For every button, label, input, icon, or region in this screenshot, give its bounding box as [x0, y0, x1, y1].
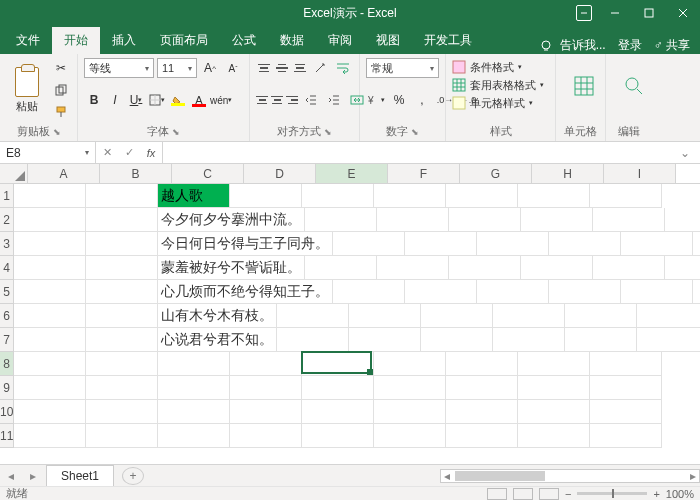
row-header[interactable]: 5 — [0, 280, 14, 304]
cell[interactable] — [665, 256, 700, 280]
cell[interactable] — [86, 304, 158, 328]
cell[interactable] — [302, 184, 374, 208]
enter-edit-button[interactable]: ✓ — [118, 146, 140, 159]
paste-button[interactable]: 粘贴 — [6, 62, 48, 118]
cell[interactable] — [302, 352, 374, 376]
close-button[interactable] — [666, 0, 700, 26]
cell[interactable] — [637, 304, 700, 328]
cell[interactable] — [590, 184, 662, 208]
prev-sheet-button[interactable]: ◂ — [0, 469, 22, 483]
cut-button[interactable]: ✂ — [51, 58, 71, 78]
cell[interactable] — [14, 376, 86, 400]
cell[interactable] — [230, 376, 302, 400]
cell[interactable] — [14, 352, 86, 376]
tab-file[interactable]: 文件 — [4, 27, 52, 54]
comma-button[interactable]: , — [412, 90, 432, 110]
cell-styles-button[interactable]: 单元格样式▾ — [452, 94, 549, 112]
cell[interactable] — [14, 184, 86, 208]
row-header[interactable]: 11 — [0, 424, 14, 448]
cell[interactable] — [449, 256, 521, 280]
cell[interactable] — [14, 232, 86, 256]
row-header[interactable]: 10 — [0, 400, 14, 424]
cell[interactable] — [374, 424, 446, 448]
cell[interactable] — [549, 232, 621, 256]
cell[interactable] — [518, 376, 590, 400]
cell[interactable] — [446, 184, 518, 208]
cell[interactable] — [230, 352, 302, 376]
column-header[interactable]: A — [28, 164, 100, 183]
font-size-select[interactable]: 11▾ — [157, 58, 197, 78]
share-button[interactable]: ♂ 共享 — [648, 37, 696, 54]
tab-view[interactable]: 视图 — [364, 27, 412, 54]
tab-insert[interactable]: 插入 — [100, 27, 148, 54]
cell[interactable]: 越人歌 — [158, 184, 230, 208]
ribbon-display-icon[interactable] — [576, 5, 592, 21]
cell[interactable] — [277, 304, 349, 328]
tab-page-layout[interactable]: 页面布局 — [148, 27, 220, 54]
phonetic-button[interactable]: wén▾ — [210, 90, 232, 110]
increase-font-button[interactable]: A^ — [200, 58, 220, 78]
cell[interactable] — [86, 424, 158, 448]
cell[interactable] — [305, 256, 377, 280]
signin-button[interactable]: 登录 — [612, 37, 648, 54]
cell[interactable] — [518, 400, 590, 424]
cell[interactable] — [333, 280, 405, 304]
tab-review[interactable]: 审阅 — [316, 27, 364, 54]
number-format-select[interactable]: 常规▾ — [366, 58, 439, 78]
cell[interactable]: 心几烦而不绝兮得知王子。 — [158, 280, 333, 304]
row-header[interactable]: 3 — [0, 232, 14, 256]
cell[interactable] — [593, 208, 665, 232]
cell[interactable] — [405, 280, 477, 304]
row-header[interactable]: 8 — [0, 352, 14, 376]
maximize-button[interactable] — [632, 0, 666, 26]
normal-view-button[interactable] — [487, 488, 507, 500]
cell[interactable] — [521, 208, 593, 232]
cells-button[interactable] — [562, 58, 606, 114]
cell[interactable] — [621, 280, 693, 304]
cell[interactable] — [518, 352, 590, 376]
cell[interactable]: 心说君兮君不知。 — [158, 328, 277, 352]
cell[interactable] — [493, 328, 565, 352]
font-name-select[interactable]: 等线▾ — [84, 58, 154, 78]
row-header[interactable]: 1 — [0, 184, 14, 208]
column-header[interactable]: G — [460, 164, 532, 183]
row-header[interactable]: 2 — [0, 208, 14, 232]
column-header[interactable]: E — [316, 164, 388, 183]
cell[interactable] — [349, 328, 421, 352]
zoom-level[interactable]: 100% — [666, 488, 694, 500]
tab-formulas[interactable]: 公式 — [220, 27, 268, 54]
cell[interactable] — [421, 304, 493, 328]
cell[interactable] — [14, 304, 86, 328]
cell[interactable] — [446, 424, 518, 448]
cell[interactable] — [477, 232, 549, 256]
align-middle-button[interactable] — [274, 59, 289, 77]
insert-function-button[interactable]: fx — [140, 147, 162, 159]
cell[interactable] — [421, 328, 493, 352]
column-header[interactable]: B — [100, 164, 172, 183]
align-left-button[interactable] — [256, 91, 268, 109]
cell[interactable] — [302, 376, 374, 400]
cell[interactable] — [590, 400, 662, 424]
dialog-launcher-icon[interactable]: ⬊ — [172, 127, 180, 137]
cell[interactable] — [377, 208, 449, 232]
column-header[interactable]: C — [172, 164, 244, 183]
dialog-launcher-icon[interactable]: ⬊ — [324, 127, 332, 137]
tell-me-input[interactable]: 告诉我... — [554, 37, 612, 54]
format-painter-button[interactable] — [51, 102, 71, 122]
next-sheet-button[interactable]: ▸ — [22, 469, 44, 483]
cell[interactable] — [446, 400, 518, 424]
accounting-format-button[interactable]: ¥▾ — [366, 90, 386, 110]
select-all-button[interactable] — [0, 164, 28, 183]
cell[interactable]: 今日何日兮得与王子同舟。 — [158, 232, 333, 256]
cell[interactable]: 蒙羞被好兮不訾诟耻。 — [158, 256, 305, 280]
cell[interactable] — [14, 400, 86, 424]
cell[interactable] — [590, 376, 662, 400]
decrease-font-button[interactable]: Aˇ — [223, 58, 243, 78]
cell[interactable] — [446, 352, 518, 376]
cell[interactable] — [374, 376, 446, 400]
editing-button[interactable] — [612, 58, 656, 114]
underline-button[interactable]: U▾ — [126, 90, 146, 110]
cell[interactable] — [86, 256, 158, 280]
cell[interactable] — [14, 424, 86, 448]
cell[interactable] — [565, 304, 637, 328]
